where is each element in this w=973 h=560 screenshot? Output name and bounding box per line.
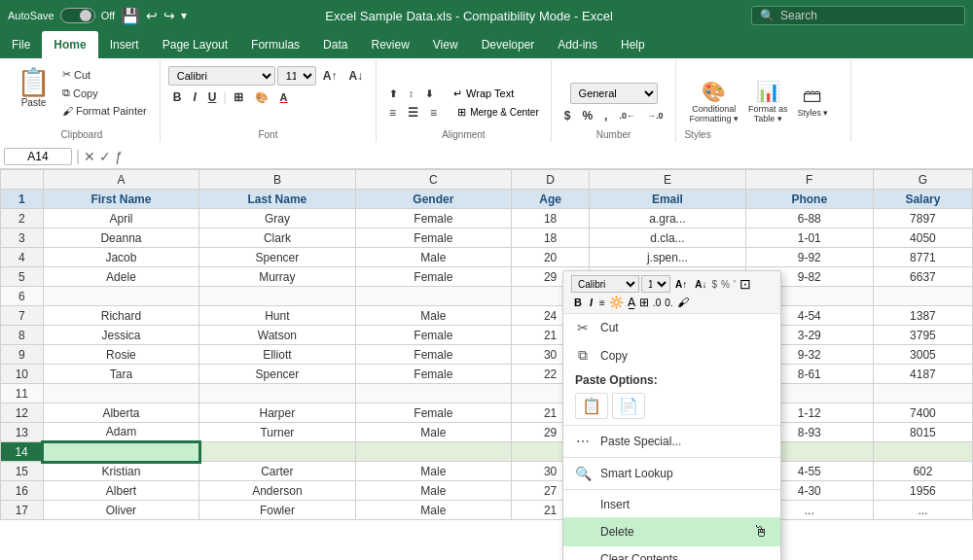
cell-g13[interactable]: 8015 bbox=[873, 423, 972, 442]
cell-g3[interactable]: 4050 bbox=[873, 228, 972, 248]
cell-a14[interactable] bbox=[43, 442, 198, 462]
cell-g11[interactable] bbox=[873, 384, 972, 403]
align-left-button[interactable]: ≡ bbox=[384, 104, 401, 122]
mini-bold[interactable]: B bbox=[571, 296, 585, 309]
tab-data[interactable]: Data bbox=[311, 31, 359, 58]
mini-italic[interactable]: I bbox=[587, 296, 595, 309]
cell-e1[interactable]: Email bbox=[590, 190, 745, 209]
context-insert[interactable]: Insert bbox=[563, 492, 780, 517]
mini-currency-btn[interactable]: $ bbox=[711, 279, 717, 290]
context-copy[interactable]: ⧉ Copy bbox=[563, 341, 780, 369]
col-header-f[interactable]: F bbox=[745, 170, 873, 190]
currency-button[interactable]: $ bbox=[559, 107, 576, 124]
cell-b9[interactable]: Elliott bbox=[199, 345, 355, 365]
cell-c3[interactable]: Female bbox=[355, 228, 511, 248]
tab-developer[interactable]: Developer bbox=[470, 31, 547, 58]
cell-g8[interactable]: 3795 bbox=[873, 326, 972, 345]
cell-b15[interactable]: Carter bbox=[199, 462, 355, 481]
percent-button[interactable]: % bbox=[577, 107, 597, 124]
context-smart-lookup[interactable]: 🔍 Smart Lookup bbox=[563, 460, 780, 487]
context-cut[interactable]: ✂ Cut bbox=[563, 314, 780, 341]
align-center-button[interactable]: ☰ bbox=[403, 104, 423, 122]
cell-b17[interactable]: Fowler bbox=[199, 501, 355, 520]
cell-g9[interactable]: 3005 bbox=[873, 345, 972, 365]
align-middle-button[interactable]: ↕ bbox=[404, 86, 418, 102]
cell-c12[interactable]: Female bbox=[355, 403, 511, 423]
cell-c1[interactable]: Gender bbox=[355, 190, 511, 209]
cell-a3[interactable]: Deanna bbox=[43, 228, 198, 248]
cell-f4[interactable]: 9-92 bbox=[745, 248, 873, 267]
cell-g7[interactable]: 1387 bbox=[873, 306, 972, 326]
paste-default-btn[interactable]: 📋 bbox=[575, 393, 608, 419]
cell-b12[interactable]: Harper bbox=[199, 403, 355, 423]
tab-home[interactable]: Home bbox=[42, 31, 97, 58]
cell-b10[interactable]: Spencer bbox=[199, 365, 355, 384]
cell-g14[interactable] bbox=[873, 442, 972, 462]
cell-b11[interactable] bbox=[199, 384, 355, 403]
cell-a1[interactable]: First Name bbox=[43, 190, 198, 209]
conditional-formatting-button[interactable]: 🎨 ConditionalFormatting ▾ bbox=[684, 77, 743, 126]
cell-c8[interactable]: Female bbox=[355, 326, 511, 345]
cell-g17[interactable]: ... bbox=[873, 501, 972, 520]
cell-a16[interactable]: Albert bbox=[43, 481, 198, 501]
cell-b2[interactable]: Gray bbox=[199, 209, 355, 228]
cell-b5[interactable]: Murray bbox=[199, 267, 355, 287]
format-as-table-button[interactable]: 📊 Format asTable ▾ bbox=[743, 77, 793, 126]
comma-button[interactable]: , bbox=[599, 107, 612, 124]
cell-g16[interactable]: 1956 bbox=[873, 481, 972, 501]
cell-c15[interactable]: Male bbox=[355, 462, 511, 481]
cell-g6[interactable] bbox=[873, 287, 972, 306]
cell-a9[interactable]: Rosie bbox=[43, 345, 198, 365]
tab-addins[interactable]: Add-ins bbox=[546, 31, 609, 58]
bold-button[interactable]: B bbox=[168, 88, 187, 106]
mini-fill-icon[interactable]: 🔆 bbox=[609, 296, 624, 309]
cell-b14[interactable] bbox=[199, 442, 355, 462]
decrease-decimal-button[interactable]: .0← bbox=[614, 107, 640, 124]
align-bottom-button[interactable]: ⬇ bbox=[420, 86, 438, 102]
cell-d2[interactable]: 18 bbox=[512, 209, 590, 228]
cancel-formula-icon[interactable]: ✕ bbox=[84, 149, 95, 164]
cell-c16[interactable]: Male bbox=[355, 481, 511, 501]
mini-size-select[interactable]: 11 bbox=[641, 275, 670, 293]
search-box[interactable]: 🔍 bbox=[751, 6, 965, 25]
cell-g15[interactable]: 602 bbox=[873, 462, 972, 481]
cell-b16[interactable]: Anderson bbox=[199, 481, 355, 501]
cell-a4[interactable]: Jacob bbox=[43, 248, 198, 267]
cell-c9[interactable]: Female bbox=[355, 345, 511, 365]
cell-g10[interactable]: 4187 bbox=[873, 365, 972, 384]
grow-font-button[interactable]: A↑ bbox=[318, 67, 342, 85]
cell-c7[interactable]: Male bbox=[355, 306, 511, 326]
cell-a6[interactable] bbox=[43, 287, 198, 306]
mini-align-btn[interactable]: ≡ bbox=[599, 298, 605, 308]
tab-file[interactable]: File bbox=[0, 31, 42, 58]
cell-e4[interactable]: j.spen... bbox=[590, 248, 745, 267]
copy-button[interactable]: ⧉ Copy bbox=[57, 85, 152, 101]
col-header-d[interactable]: D bbox=[512, 170, 590, 190]
underline-button[interactable]: U bbox=[203, 88, 222, 106]
confirm-formula-icon[interactable]: ✓ bbox=[99, 149, 111, 164]
format-painter-button[interactable]: 🖌 Format Painter bbox=[57, 103, 152, 119]
cell-e2[interactable]: a.gra... bbox=[590, 209, 745, 228]
cell-d4[interactable]: 20 bbox=[512, 248, 590, 267]
autosave-toggle[interactable] bbox=[60, 8, 95, 23]
tab-formulas[interactable]: Formulas bbox=[239, 31, 311, 58]
tab-insert[interactable]: Insert bbox=[98, 31, 151, 58]
redo-icon[interactable]: ↪ bbox=[163, 8, 175, 23]
font-color-button[interactable]: A bbox=[275, 89, 293, 105]
cell-c11[interactable] bbox=[355, 384, 511, 403]
cell-g4[interactable]: 8771 bbox=[873, 248, 972, 267]
italic-button[interactable]: I bbox=[188, 88, 200, 106]
fill-color-button[interactable]: 🎨 bbox=[250, 89, 273, 106]
cell-a12[interactable]: Alberta bbox=[43, 403, 198, 423]
mini-shrink-font[interactable]: A↓ bbox=[692, 278, 709, 291]
tab-view[interactable]: View bbox=[421, 31, 470, 58]
mini-inc-icon[interactable]: 0. bbox=[665, 298, 672, 308]
cell-c10[interactable]: Female bbox=[355, 365, 511, 384]
col-header-b[interactable]: B bbox=[199, 170, 355, 190]
cell-f1[interactable]: Phone bbox=[745, 190, 873, 209]
context-delete[interactable]: Delete 🖱 bbox=[563, 517, 780, 520]
mini-font-color-icon[interactable]: A̲ bbox=[628, 296, 635, 309]
col-header-g[interactable]: G bbox=[873, 170, 972, 190]
align-top-button[interactable]: ⬆ bbox=[384, 86, 402, 102]
cell-a15[interactable]: Kristian bbox=[43, 462, 198, 481]
